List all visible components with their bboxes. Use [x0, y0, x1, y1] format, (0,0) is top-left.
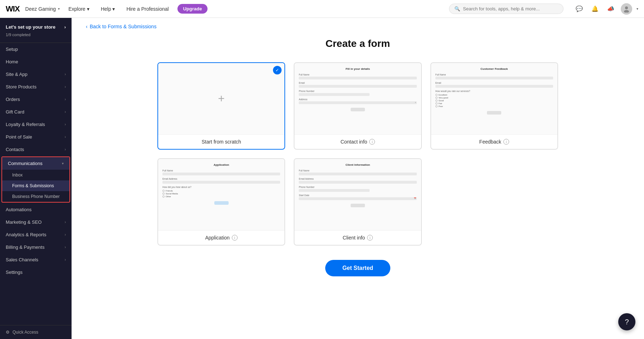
chat-icon[interactable]: 💬 [574, 3, 585, 15]
info-icon[interactable]: i [369, 139, 375, 145]
mini-form-title: Application [162, 163, 280, 166]
help-icon: ? [625, 318, 629, 326]
sidebar-item-label: Automations [6, 207, 31, 212]
sidebar-item-settings[interactable]: Settings [0, 266, 72, 279]
sidebar-subitem-label: Inbox [12, 173, 23, 178]
form-card-scratch[interactable]: + ✓ Start from scratch [157, 62, 285, 150]
top-nav: WIX Deez Gaming ▾ Explore ▾ Help ▾ Hire … [0, 0, 644, 18]
help-chevron-icon: ▾ [112, 6, 115, 12]
setup-store-chevron-icon: › [64, 24, 66, 30]
sidebar-header: Let's set up your store › 1/9 completed [0, 18, 72, 43]
sidebar-item-label: Home [6, 59, 18, 64]
sidebar-subitem-label: Forms & Submissions [12, 183, 54, 188]
hire-label: Hire a Professional [126, 6, 169, 12]
chevron-icon: › [65, 85, 66, 89]
explore-nav[interactable]: Explore ▾ [65, 5, 92, 13]
chevron-icon: › [65, 110, 66, 114]
chevron-icon: › [65, 220, 66, 224]
upgrade-button[interactable]: Upgrade [177, 4, 208, 14]
sidebar-subitem-inbox[interactable]: Inbox [2, 170, 69, 180]
megaphone-icon[interactable]: 📣 [605, 3, 616, 15]
form-card-feedback[interactable]: Customer Feedback Full Name Email How wo… [430, 62, 558, 150]
main-layout: Let's set up your store › 1/9 completed … [0, 18, 644, 339]
get-started-container: Get Started [72, 260, 644, 276]
check-icon: ✓ [275, 68, 279, 73]
plus-icon: + [218, 92, 225, 105]
sidebar-subitem-business-phone[interactable]: Business Phone Number [2, 191, 69, 202]
help-fab[interactable]: ? [618, 313, 635, 330]
brand-name: Deez Gaming [25, 6, 56, 12]
svg-point-1 [624, 10, 629, 13]
form-card-contact-preview: Fill in your details Full Name Email Pho… [294, 63, 421, 135]
setup-store-button[interactable]: Let's set up your store › [6, 23, 66, 31]
quick-access-button[interactable]: ⚙ Quick Access [0, 325, 72, 339]
sidebar-item-orders[interactable]: Orders › [0, 93, 72, 106]
mini-form-title: Client Information [299, 163, 416, 166]
form-label-text: Application [205, 235, 230, 241]
communications-section: Communications ▾ Inbox Forms & Submissio… [1, 156, 70, 203]
sidebar-item-store-products[interactable]: Store Products › [0, 81, 72, 93]
hire-professional-nav[interactable]: Hire a Professional [123, 5, 171, 13]
setup-store-label: Let's set up your store [6, 24, 55, 30]
form-card-client-preview: Client Information Full Name Email Addre… [294, 159, 421, 231]
sidebar-item-label: Analytics & Reports [6, 232, 46, 237]
help-label: Help [101, 6, 111, 12]
svg-point-0 [625, 6, 628, 9]
chevron-icon: › [65, 258, 66, 262]
info-icon[interactable]: i [367, 235, 373, 241]
sidebar-item-billing-payments[interactable]: Billing & Payments › [0, 241, 72, 253]
sidebar-item-label: Communications [8, 161, 43, 166]
sidebar-item-loyalty-referrals[interactable]: Loyalty & Referrals › [0, 118, 72, 131]
sidebar-item-site-app[interactable]: Site & App › [0, 68, 72, 81]
sidebar-item-analytics-reports[interactable]: Analytics & Reports › [0, 228, 72, 241]
info-icon[interactable]: i [503, 139, 509, 145]
form-card-feedback-preview: Customer Feedback Full Name Email How wo… [431, 63, 557, 135]
mini-form-title: Fill in your details [299, 67, 416, 71]
chevron-icon: › [65, 245, 66, 249]
form-card-application-preview: Application Full Name Email Address How … [158, 159, 284, 231]
form-card-application[interactable]: Application Full Name Email Address How … [157, 158, 285, 246]
sidebar-item-label: Sales Channels [6, 257, 38, 262]
sidebar-item-automations[interactable]: Automations [0, 203, 72, 216]
chevron-icon: › [65, 97, 66, 101]
page-title: Create a form [72, 38, 644, 49]
form-label-text: Client info [343, 235, 365, 241]
form-card-contact-info[interactable]: Fill in your details Full Name Email Pho… [294, 62, 421, 150]
global-search[interactable]: 🔍 [449, 4, 564, 14]
bell-icon[interactable]: 🔔 [589, 3, 601, 15]
sidebar-item-label: Setup [6, 47, 18, 52]
sidebar-item-sales-channels[interactable]: Sales Channels › [0, 253, 72, 266]
back-link[interactable]: ‹ Back to Forms & Submissions [72, 18, 644, 29]
sidebar-item-label: Site & App [6, 72, 28, 77]
search-input[interactable] [463, 6, 558, 11]
sidebar-item-label: Marketing & SEO [6, 219, 42, 225]
selected-badge: ✓ [273, 66, 282, 74]
form-card-client-info[interactable]: Client Information Full Name Email Addre… [294, 158, 421, 246]
wix-logo: WIX [6, 4, 20, 14]
get-started-button[interactable]: Get Started [325, 260, 390, 276]
nav-icon-group: 💬 🔔 📣 ▾ [574, 3, 638, 15]
sidebar-item-point-of-sale[interactable]: Point of Sale › [0, 131, 72, 143]
help-nav[interactable]: Help ▾ [98, 5, 118, 13]
sidebar-item-contacts[interactable]: Contacts › [0, 143, 72, 156]
sidebar-item-label: Point of Sale [6, 134, 32, 140]
progress-indicator: 1/9 completed [6, 33, 66, 40]
chevron-icon: › [65, 147, 66, 151]
form-card-application-label: Application i [158, 231, 284, 245]
sidebar-item-marketing-seo[interactable]: Marketing & SEO › [0, 216, 72, 228]
sidebar-item-communications[interactable]: Communications ▾ [2, 157, 69, 170]
brand-chevron-icon: ▾ [58, 7, 60, 11]
avatar[interactable] [621, 3, 632, 15]
sidebar-item-home[interactable]: Home [0, 55, 72, 68]
info-icon[interactable]: i [232, 235, 238, 241]
sidebar-item-setup[interactable]: Setup [0, 43, 72, 55]
brand-selector[interactable]: Deez Gaming ▾ [25, 6, 60, 12]
chevron-icon: › [65, 72, 66, 76]
sidebar-subitem-forms-submissions[interactable]: Forms & Submissions [2, 180, 69, 191]
sidebar-item-label: Gift Card [6, 109, 24, 115]
form-card-scratch-preview: + ✓ [158, 63, 284, 135]
avatar-chevron-icon: ▾ [636, 7, 638, 11]
sidebar-item-gift-card[interactable]: Gift Card › [0, 106, 72, 118]
form-card-client-label: Client info i [294, 231, 421, 245]
back-link-text: Back to Forms & Submissions [90, 24, 157, 29]
